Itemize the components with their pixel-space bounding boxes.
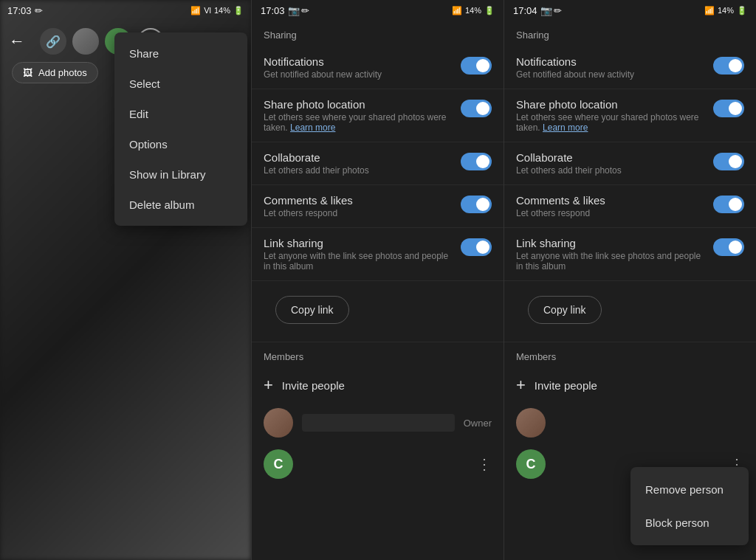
menu-item-delete-album[interactable]: Delete album (114, 190, 247, 220)
status-icons-left: 📶 Vl 14% 🔋 (190, 6, 244, 15)
learn-more-link-right[interactable]: Learn more (543, 122, 588, 133)
invite-row-right[interactable]: + Invite people (504, 368, 756, 402)
invite-text-right: Invite people (535, 379, 597, 392)
member-avatar-1-right (516, 408, 546, 438)
copy-link-container-middle: Copy link (252, 281, 504, 339)
learn-more-link-middle[interactable]: Learn more (290, 122, 335, 133)
status-icons-right: 📶 14% 🔋 (704, 6, 747, 15)
comments-subtitle-middle: Let others respond (264, 208, 452, 218)
collaborate-title-right: Collaborate (516, 151, 704, 164)
battery-right: 14% (718, 6, 734, 15)
location-title-middle: Share photo location (264, 98, 452, 111)
comments-toggle-right[interactable] (713, 196, 744, 213)
notifications-text-middle: Notifications Get notified about new act… (264, 55, 452, 80)
person-context-menu: Remove person Block person (630, 467, 749, 545)
copy-link-container-right: Copy link (504, 281, 756, 339)
battery-left: 14% (214, 6, 230, 15)
middle-panel: 17:03 📷 ✏ 📶 14% 🔋 Sharing Notifications … (251, 0, 504, 560)
status-bar-middle: 17:03 📷 ✏ 📶 14% 🔋 (252, 0, 504, 21)
time-left: 17:03 (7, 5, 32, 16)
block-person-item[interactable]: Block person (630, 506, 749, 539)
menu-item-show-in-library[interactable]: Show in Library (114, 159, 247, 190)
toggle-comments-right: Comments & likes Let others respond (504, 185, 756, 228)
wifi-icon-middle: 📶 (452, 6, 462, 15)
battery-icon-left: 🔋 (233, 6, 244, 15)
add-photos-label: Add photos (38, 67, 87, 78)
time-right: 17:04 (513, 5, 537, 16)
toggle-notifications-middle: Notifications Get notified about new act… (252, 46, 504, 89)
location-text-middle: Share photo location Let others see wher… (264, 98, 452, 133)
toggle-location-right: Share photo location Let others see wher… (504, 89, 756, 142)
add-photos-bar: 🖼 Add photos (12, 62, 98, 83)
right-panel: 17:04 📷 ✏ 📶 14% 🔋 Sharing Notifications … (504, 0, 756, 560)
status-icons-middle: 📶 14% 🔋 (452, 6, 495, 15)
member-avatar-c-middle: C (264, 449, 293, 479)
comments-text-right: Comments & likes Let others respond (516, 194, 704, 218)
location-toggle-right[interactable] (713, 100, 744, 117)
collaborate-subtitle-middle: Let others add their photos (264, 165, 452, 176)
remove-person-item[interactable]: Remove person (630, 473, 749, 506)
context-menu: Share Select Edit Options Show in Librar… (114, 32, 247, 226)
invite-row-middle[interactable]: + Invite people (252, 368, 504, 402)
back-button-left[interactable]: ← (9, 32, 25, 51)
member-role-1-middle: Owner (464, 418, 492, 429)
member-row-2-middle: C ⋮ (252, 443, 504, 485)
sharing-label-right: Sharing (504, 21, 756, 46)
menu-item-options[interactable]: Options (114, 129, 247, 159)
status-bar-right: 17:04 📷 ✏ 📶 14% 🔋 (504, 0, 756, 21)
collaborate-toggle-middle[interactable] (461, 153, 492, 170)
link-text-middle: Link sharing Let anyone with the link se… (264, 237, 452, 272)
toggle-collaborate-middle: Collaborate Let others add their photos (252, 142, 504, 185)
member-avatar-1-middle (264, 408, 293, 438)
pencil-icon: ✏ (35, 5, 43, 16)
notifications-toggle-middle[interactable] (461, 57, 492, 75)
member-info-1-middle (302, 414, 455, 432)
members-label-middle: Members (252, 342, 504, 368)
left-panel: 17:03 ✏ 📶 Vl 14% 🔋 ← 🔗 C + 🖼 Add photos … (0, 0, 251, 560)
toggle-comments-middle: Comments & likes Let others respond (252, 185, 504, 228)
notifications-title-right: Notifications (516, 55, 704, 68)
notifications-toggle-right[interactable] (713, 57, 744, 75)
member-more-middle[interactable]: ⋮ (477, 455, 492, 473)
status-bar-left: 17:03 ✏ 📶 Vl 14% 🔋 (0, 0, 251, 21)
notifications-subtitle-middle: Get notified about new activity (264, 69, 452, 80)
comments-toggle-middle[interactable] (461, 196, 492, 213)
signal-icon-left: Vl (204, 6, 211, 15)
pencil-icon-right: ✏ (554, 5, 562, 16)
location-title-right: Share photo location (516, 98, 704, 111)
menu-item-share[interactable]: Share (114, 38, 247, 69)
collaborate-toggle-right[interactable] (713, 153, 744, 170)
link-toggle-right[interactable] (713, 238, 744, 256)
collaborate-text-middle: Collaborate Let others add their photos (264, 151, 452, 176)
location-toggle-middle[interactable] (461, 100, 492, 117)
invite-text-middle: Invite people (282, 379, 345, 392)
battery-icon-middle: 🔋 (484, 6, 495, 15)
link-subtitle-middle: Let anyone with the link see photos and … (264, 251, 452, 272)
location-subtitle-right: Let others see where your shared photos … (516, 112, 704, 133)
comments-text-middle: Comments & likes Let others respond (264, 194, 452, 218)
battery-icon-right: 🔋 (737, 6, 747, 15)
link-subtitle-right: Let anyone with the link see photos and … (516, 251, 704, 272)
copy-link-button-right[interactable]: Copy link (528, 296, 602, 324)
member-row-1-right (504, 402, 756, 443)
wifi-icon-right: 📶 (704, 6, 715, 15)
photo-icon-right: 📷 (540, 5, 552, 16)
link-toggle-middle[interactable] (461, 238, 492, 256)
notifications-text-right: Notifications Get notified about new act… (516, 55, 704, 80)
member-row-1-middle: Owner (252, 402, 504, 443)
collaborate-subtitle-right: Let others add their photos (516, 165, 704, 176)
avatar-user1 (72, 28, 99, 55)
member-avatar-c-right: C (516, 449, 546, 479)
notifications-title-middle: Notifications (264, 55, 452, 68)
toggle-link-right: Link sharing Let anyone with the link se… (504, 228, 756, 281)
pencil-icon-middle: ✏ (301, 5, 309, 16)
copy-link-button-middle[interactable]: Copy link (275, 296, 349, 324)
photo-icon-middle: 📷 (288, 5, 300, 16)
menu-item-edit[interactable]: Edit (114, 99, 247, 129)
toggle-notifications-right: Notifications Get notified about new act… (504, 46, 756, 89)
menu-item-select[interactable]: Select (114, 69, 247, 99)
avatar-link: 🔗 (40, 28, 66, 55)
link-title-middle: Link sharing (264, 237, 452, 249)
toggle-link-middle: Link sharing Let anyone with the link se… (252, 228, 504, 281)
add-photos-button[interactable]: 🖼 Add photos (12, 62, 98, 83)
